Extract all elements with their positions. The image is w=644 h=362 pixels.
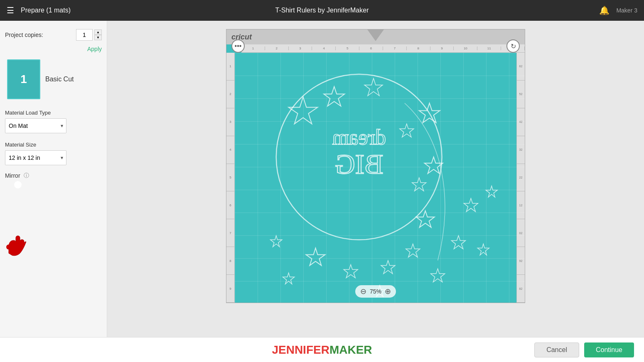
material-load-select-wrapper: On Mat Without Mat	[5, 118, 66, 133]
ruler-v-tick: 6	[226, 191, 234, 219]
jennifermaker-logo: JENNIFERMAKER	[272, 343, 372, 357]
zoom-in-button[interactable]: ⊕	[385, 287, 391, 296]
material-size-select-wrapper: 12 in x 12 in 12 in x 24 in	[5, 150, 66, 165]
bottom-bar: JENNIFERMAKER Cancel Continue	[0, 337, 644, 362]
main-area: cricut ••• ↻ 1 2 3 4 5 6 7 8 9 10 11 12	[107, 21, 644, 337]
mat-arrow-icon	[367, 29, 384, 41]
copies-input[interactable]: 1	[76, 29, 93, 41]
ruler-v-tick: 8	[226, 247, 234, 275]
apply-row: Apply	[0, 44, 107, 54]
ruler-h-tick: 10	[454, 46, 477, 50]
mat-name: Basic Cut	[45, 76, 74, 83]
mat-grid	[235, 53, 525, 303]
ruler-h-tick: 6	[359, 46, 383, 50]
copies-up-button[interactable]: ▲	[94, 29, 102, 35]
jennifer-part: JENNIFER	[272, 343, 329, 356]
cancel-button[interactable]: Cancel	[534, 342, 579, 357]
top-nav: ☰ Prepare (1 mats) T-Shirt Rulers by Jen…	[0, 0, 644, 21]
mat-card[interactable]: 1 Basic Cut	[5, 57, 102, 101]
ruler-v-tick: 2	[226, 81, 234, 108]
ruler-v-tick: 1	[226, 53, 234, 81]
mat-preview-wrapper: cricut ••• ↻ 1 2 3 4 5 6 7 8 9 10 11 12	[226, 29, 525, 303]
ruler-v-tick: 4	[226, 136, 234, 164]
mirror-row: Mirror ⓘ	[0, 169, 107, 183]
nav-right: 🔔 Maker 3	[599, 5, 637, 15]
ruler-h-tick: 4	[312, 46, 336, 50]
mat-thumbnail: 1	[7, 59, 40, 99]
dots-button[interactable]: •••	[231, 39, 245, 53]
ruler-v-tick: 7	[226, 219, 234, 247]
ruler-h-tick: 3	[289, 46, 312, 50]
ruler-v-tick: 5	[226, 164, 234, 192]
maker-part: MAKER	[329, 343, 372, 356]
project-copies-row: Project copies: 1 ▲ ▼	[0, 26, 107, 44]
mat-header: cricut	[226, 29, 525, 44]
ruler-v-tick: 3	[226, 108, 234, 136]
ruler-h-tick: 7	[383, 46, 407, 50]
ruler-h-tick: 9	[430, 46, 454, 50]
zoom-controls: ⊖ 75% ⊕	[355, 285, 396, 298]
copies-spinner: ▲ ▼	[94, 29, 102, 40]
ruler-h-tick: 8	[407, 46, 430, 50]
zoom-out-button[interactable]: ⊖	[360, 287, 366, 296]
mirror-info-icon[interactable]: ⓘ	[24, 172, 29, 179]
copies-input-wrapper: 1 ▲ ▼	[76, 29, 102, 41]
material-load-type-group: Material Load Type On Mat Without Mat	[0, 105, 107, 137]
project-copies-label: Project copies:	[5, 32, 73, 38]
bottom-actions: Cancel Continue	[534, 342, 634, 357]
mirror-toggle-container	[0, 183, 107, 193]
ruler-v-tick: 9	[226, 275, 234, 303]
cursor-hand	[3, 232, 26, 263]
mat-number: 1	[20, 73, 27, 86]
mat-preview: cricut ••• ↻ 1 2 3 4 5 6 7 8 9 10 11 12	[226, 29, 525, 303]
hamburger-icon[interactable]: ☰	[7, 5, 14, 15]
ruler-h-tick: 1	[241, 46, 265, 50]
nav-center-title: T-Shirt Rulers by JenniferMaker	[275, 7, 369, 14]
material-size-label: Material Size	[5, 142, 102, 148]
material-load-type-label: Material Load Type	[5, 110, 102, 116]
svg-point-0	[6, 245, 11, 249]
sidebar: Project copies: 1 ▲ ▼ Apply 1 Basic Cut …	[0, 21, 107, 337]
apply-button[interactable]: Apply	[84, 44, 102, 54]
ruler-h-tick: 2	[265, 46, 289, 50]
continue-button[interactable]: Continue	[584, 342, 634, 357]
zoom-level-label: 75%	[370, 288, 381, 295]
maker-label: Maker 3	[616, 7, 637, 14]
mirror-label: Mirror	[5, 172, 20, 179]
bell-icon[interactable]: 🔔	[599, 5, 610, 15]
copies-down-button[interactable]: ▼	[94, 35, 102, 40]
ruler-horizontal: 1 2 3 4 5 6 7 8 9 10 11 12	[241, 44, 525, 53]
ruler-h-tick: 11	[477, 46, 501, 50]
material-size-group: Material Size 12 in x 12 in 12 in x 24 i…	[0, 137, 107, 169]
ruler-h-tick: 5	[336, 46, 359, 50]
material-size-select[interactable]: 12 in x 12 in 12 in x 24 in	[5, 150, 66, 165]
material-load-select[interactable]: On Mat Without Mat	[5, 118, 66, 133]
ruler-vertical: 1 2 3 4 5 6 7 8 9	[226, 53, 235, 303]
refresh-button[interactable]: ↻	[506, 39, 520, 53]
